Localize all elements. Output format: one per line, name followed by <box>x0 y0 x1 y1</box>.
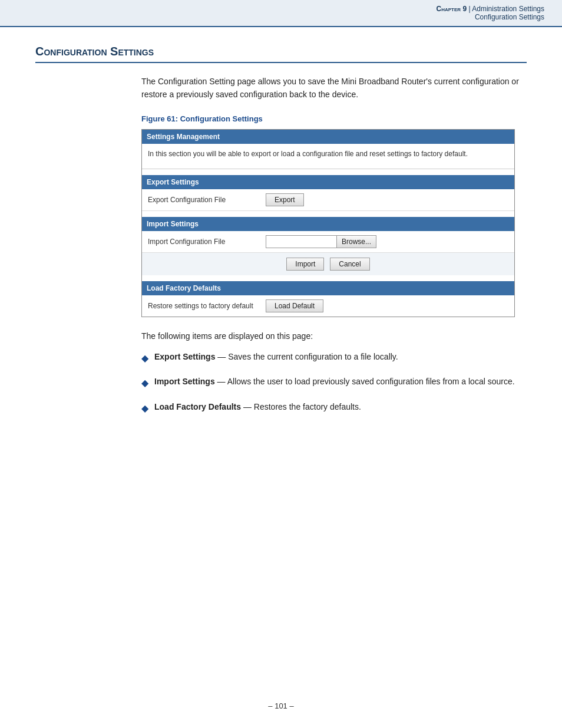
import-controls: Browse... <box>266 235 376 248</box>
bullet-diamond-2: ◆ <box>141 375 148 391</box>
bullet-desc-import: Allows the user to load previously saved… <box>227 377 515 386</box>
bullet-text-factory: Load Factory Defaults — Restores the fac… <box>154 400 361 413</box>
export-button[interactable]: Export <box>266 193 304 206</box>
list-item-export: ◆ Export Settings — Saves the current co… <box>141 350 527 366</box>
load-factory-label: Restore settings to factory default <box>148 302 266 310</box>
following-intro: The following items are displayed on thi… <box>141 331 527 341</box>
bullet-term-factory: Load Factory Defaults <box>154 402 241 411</box>
import-label: Import Configuration File <box>148 238 266 246</box>
list-item-import: ◆ Import Settings — Allows the user to l… <box>141 375 527 391</box>
import-file-input[interactable] <box>266 235 336 248</box>
import-button[interactable]: Import <box>286 258 324 271</box>
bullet-list: ◆ Export Settings — Saves the current co… <box>141 350 527 416</box>
header-subtitle: Configuration Settings <box>18 13 544 21</box>
export-settings-header: Export Settings <box>142 175 514 189</box>
figure-caption: Figure 61: Configuration Settings <box>141 114 527 123</box>
bullet-text-import: Import Settings — Allows the user to loa… <box>154 375 515 388</box>
bullet-text-export: Export Settings — Saves the current conf… <box>154 350 398 363</box>
intro-text: The Configuration Setting page allows yo… <box>141 75 527 101</box>
spacer1 <box>142 169 514 175</box>
section-title: Configuration Settings <box>35 45 527 63</box>
bullet-term-export: Export Settings <box>154 352 215 361</box>
settings-management-description: In this section you will be able to expo… <box>142 144 514 169</box>
chapter-line: Chapter 9 | Administration Settings <box>18 5 544 13</box>
cancel-button[interactable]: Cancel <box>330 258 369 271</box>
import-row: Import Configuration File Browse... <box>142 231 514 253</box>
import-actions: Import Cancel <box>142 253 514 275</box>
settings-management-header: Settings Management <box>142 130 514 144</box>
bullet-desc-factory: Restores the factory defaults. <box>254 402 361 411</box>
page-footer: – 101 – <box>0 690 562 716</box>
load-default-button[interactable]: Load Default <box>266 299 323 312</box>
bullet-dash-import: — <box>217 377 227 386</box>
load-factory-controls: Load Default <box>266 299 323 312</box>
spacer2 <box>142 211 514 217</box>
bullet-diamond-3: ◆ <box>141 401 148 416</box>
page-content: Configuration Settings The Configuration… <box>0 27 562 449</box>
bullet-term-import: Import Settings <box>154 377 215 386</box>
chapter-label: Chapter 9 <box>437 5 467 13</box>
config-box: Settings Management In this section you … <box>141 129 515 317</box>
export-label: Export Configuration File <box>148 196 266 204</box>
load-factory-header: Load Factory Defaults <box>142 281 514 295</box>
page-header: Chapter 9 | Administration Settings Conf… <box>0 0 562 27</box>
bullet-dash-export: — <box>217 352 228 361</box>
page-number: – 101 – <box>268 701 293 710</box>
export-controls: Export <box>266 193 304 206</box>
bullet-diamond-1: ◆ <box>141 351 148 366</box>
bullet-dash-factory: — <box>243 402 254 411</box>
bullet-desc-export: Saves the current configuration to a fil… <box>228 352 398 361</box>
load-factory-row: Restore settings to factory default Load… <box>142 295 514 317</box>
export-row: Export Configuration File Export <box>142 189 514 211</box>
browse-button[interactable]: Browse... <box>336 235 376 248</box>
header-separator: | <box>468 5 470 13</box>
import-file-row: Browse... <box>266 235 376 248</box>
spacer3 <box>142 275 514 281</box>
admin-settings-title: Administration Settings <box>472 5 544 13</box>
import-settings-header: Import Settings <box>142 217 514 231</box>
list-item-factory: ◆ Load Factory Defaults — Restores the f… <box>141 400 527 416</box>
